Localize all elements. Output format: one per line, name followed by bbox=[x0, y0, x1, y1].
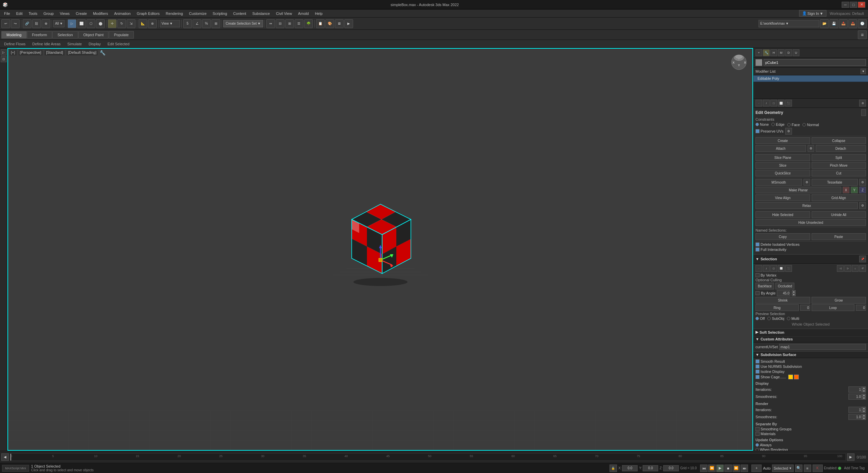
minimize-btn[interactable]: ─ bbox=[842, 2, 849, 8]
smooth-result-checkbox[interactable] bbox=[755, 359, 760, 363]
maximize-btn[interactable]: □ bbox=[850, 2, 857, 8]
menu-help[interactable]: Help bbox=[312, 11, 325, 16]
loop-btn[interactable]: Loop bbox=[812, 304, 855, 311]
hide-unselected-btn[interactable]: Hide Unselected bbox=[755, 219, 866, 226]
menu-animation[interactable]: Animation bbox=[111, 11, 133, 16]
detach-btn[interactable]: Detach bbox=[816, 145, 866, 152]
smoothing-groups-checkbox[interactable] bbox=[755, 427, 760, 431]
sign-in-btn[interactable]: 👤 Sign In ▼ bbox=[799, 10, 826, 17]
sel-shrink-icon[interactable]: ◁ bbox=[837, 265, 844, 272]
sel-ring-icon[interactable]: ○ bbox=[852, 265, 859, 272]
border-mode-icon[interactable]: □ bbox=[770, 100, 777, 107]
create-btn[interactable]: Create bbox=[755, 137, 810, 144]
rp-modify-icon[interactable]: 🔧 bbox=[763, 49, 770, 56]
preserve-uvs-checkbox[interactable] bbox=[755, 129, 760, 133]
render-iter-down-btn[interactable]: ▼ bbox=[862, 410, 866, 413]
paste-btn[interactable]: Paste bbox=[812, 233, 866, 240]
set-key-btn[interactable]: K bbox=[813, 465, 823, 472]
angle-up-btn[interactable]: ▲ bbox=[792, 290, 796, 293]
vertex-mode-icon[interactable]: · bbox=[755, 100, 762, 107]
render-smoothness-input[interactable] bbox=[848, 414, 862, 420]
y-btn[interactable]: Y bbox=[851, 187, 858, 193]
redo-btn[interactable]: ↪ bbox=[11, 19, 20, 28]
first-frame-btn[interactable]: ⏮ bbox=[700, 465, 708, 472]
custom-attributes-header[interactable]: ▼ Custom Attributes bbox=[753, 336, 868, 342]
select-region-btn[interactable]: ⬜ bbox=[77, 19, 86, 28]
current-uvset-input[interactable] bbox=[779, 344, 866, 350]
menu-tools[interactable]: Tools bbox=[26, 11, 40, 16]
align-view-btn[interactable]: ⊞ bbox=[285, 19, 294, 28]
export-btn[interactable]: 📤 bbox=[848, 19, 857, 28]
sel-polygon-icon[interactable]: ⬜ bbox=[778, 265, 785, 272]
msmooth-settings-icon[interactable]: ⚙ bbox=[803, 179, 810, 186]
lock-icon[interactable]: 🔒 bbox=[610, 465, 617, 472]
cage-color1-swatch[interactable] bbox=[788, 375, 793, 379]
create-selection-set-btn[interactable]: Create Selection Set ▼ bbox=[223, 20, 263, 27]
rp-display-icon[interactable]: D bbox=[785, 49, 792, 56]
rp-hierarchy-icon[interactable]: H bbox=[770, 49, 777, 56]
tab-selection[interactable]: Selection bbox=[52, 31, 78, 39]
constraint-normal-radio[interactable] bbox=[802, 123, 806, 126]
selected-dropdown[interactable]: Selected ▼ bbox=[772, 465, 794, 472]
link-btn[interactable]: 🔗 bbox=[23, 19, 31, 28]
selection-filter-dropdown[interactable]: All ▼ bbox=[53, 20, 65, 27]
materials-checkbox[interactable] bbox=[755, 432, 760, 436]
viewcube[interactable]: Y Y X X bbox=[730, 53, 748, 71]
by-angle-input[interactable] bbox=[777, 290, 790, 296]
preview-subobj-radio[interactable] bbox=[767, 317, 771, 320]
menu-group[interactable]: Group bbox=[41, 11, 56, 16]
subtab-edit-selected[interactable]: Edit Selected bbox=[105, 41, 132, 47]
ring-btn[interactable]: Ring bbox=[755, 304, 799, 311]
unhide-all-btn[interactable]: Unhide All bbox=[812, 211, 866, 218]
iterations-up-btn[interactable]: ▲ bbox=[862, 386, 866, 389]
edge-mode-icon[interactable]: / bbox=[763, 100, 770, 107]
make-planar-btn[interactable]: Make Planar bbox=[755, 187, 841, 193]
z-coord-input[interactable] bbox=[663, 465, 679, 471]
menu-rendering[interactable]: Rendering bbox=[163, 11, 186, 16]
history-btn[interactable]: 🕐 bbox=[858, 19, 867, 28]
workspace-path-dropdown[interactable]: E:\workflow\max ▼ bbox=[759, 20, 819, 27]
grow-btn[interactable]: Grow bbox=[812, 297, 866, 304]
smoothness-input[interactable] bbox=[848, 394, 862, 400]
menu-content[interactable]: Content bbox=[230, 11, 249, 16]
quickslice-btn[interactable]: QuickSlice bbox=[755, 170, 810, 176]
key-mode-btn[interactable]: + bbox=[751, 465, 762, 472]
smoothness-down-btn[interactable]: ▼ bbox=[862, 397, 866, 400]
menu-file[interactable]: File bbox=[1, 11, 13, 16]
filter-btn[interactable]: ≡ bbox=[804, 465, 811, 472]
object-name-input[interactable] bbox=[764, 59, 866, 66]
slice-btn[interactable]: Slice bbox=[755, 162, 810, 169]
render-setup-btn[interactable]: 🖥 bbox=[335, 19, 344, 28]
y-coord-input[interactable] bbox=[643, 465, 658, 471]
soft-selection-header[interactable]: ▶ Soft Selection bbox=[753, 329, 868, 336]
isoline-checkbox[interactable] bbox=[755, 370, 760, 374]
render-smooth-up-btn[interactable]: ▲ bbox=[862, 414, 866, 417]
move-btn[interactable]: ✛ bbox=[108, 19, 117, 28]
relax-btn[interactable]: Relax bbox=[755, 202, 858, 209]
snap-spinner-btn[interactable]: ⊞ bbox=[212, 19, 220, 28]
loop-val-input[interactable] bbox=[856, 305, 866, 311]
split-btn[interactable]: Split bbox=[812, 154, 866, 161]
rp-create-icon[interactable]: + bbox=[755, 49, 762, 56]
cut-btn[interactable]: Cut bbox=[812, 170, 866, 176]
selection-pin-icon[interactable]: 📌 bbox=[859, 256, 866, 262]
vp-settings-icon[interactable]: 🔧 bbox=[100, 50, 105, 55]
iterations-down-btn[interactable]: ▼ bbox=[862, 389, 866, 393]
occluded-btn[interactable]: Occluded bbox=[775, 283, 794, 289]
stop-btn[interactable]: ■ bbox=[724, 465, 732, 472]
menu-scripting[interactable]: Scripting bbox=[210, 11, 230, 16]
timeline-start-btn[interactable]: ◀ bbox=[1, 453, 9, 461]
msmooth-btn[interactable]: MSmooth bbox=[755, 179, 802, 186]
render-iter-up-btn[interactable]: ▲ bbox=[862, 407, 866, 410]
attach-btn[interactable]: Attach bbox=[755, 145, 806, 152]
stack-config-icon[interactable]: ⚙ bbox=[859, 100, 866, 107]
last-frame-btn[interactable]: ⏭ bbox=[741, 465, 748, 472]
menu-modifiers[interactable]: Modifiers bbox=[90, 11, 111, 16]
menu-customize[interactable]: Customize bbox=[186, 11, 209, 16]
vp-standard-label[interactable]: [Standard] bbox=[45, 50, 65, 55]
menu-substance[interactable]: Substance bbox=[250, 11, 273, 16]
constraint-none-radio[interactable] bbox=[755, 123, 759, 126]
cage-color2-swatch[interactable] bbox=[794, 375, 799, 379]
tessellate-btn[interactable]: Tessellate bbox=[812, 179, 858, 186]
sel-grow-icon[interactable]: ▷ bbox=[844, 265, 851, 272]
